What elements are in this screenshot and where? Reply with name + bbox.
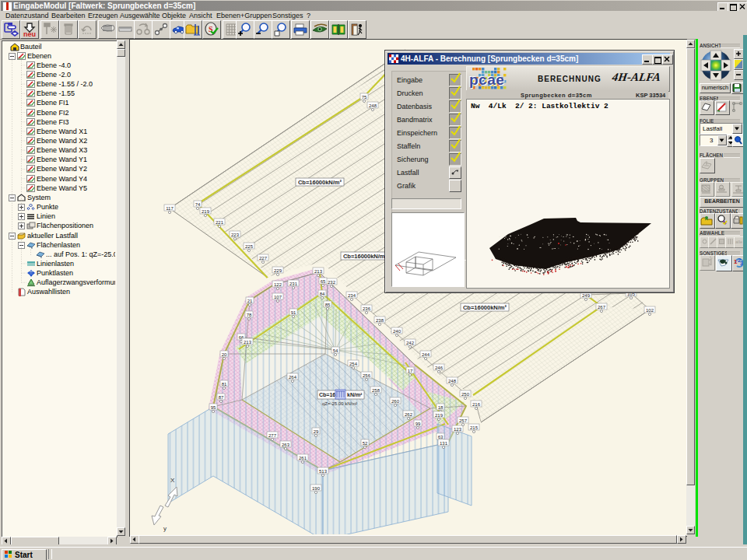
svg-text:117: 117 xyxy=(166,206,174,211)
svg-text:78: 78 xyxy=(247,313,252,317)
svg-text:256: 256 xyxy=(363,373,371,378)
svg-text:107: 107 xyxy=(274,295,282,299)
svg-text:95: 95 xyxy=(211,405,216,410)
svg-text:513: 513 xyxy=(319,469,328,474)
svg-text:258: 258 xyxy=(372,388,381,393)
svg-text:250: 250 xyxy=(461,392,470,397)
svg-text:20: 20 xyxy=(222,352,227,357)
svg-text:257: 257 xyxy=(459,418,468,423)
svg-text:17: 17 xyxy=(408,369,413,373)
svg-text:kN/m²: kN/m² xyxy=(347,392,363,397)
svg-text:87: 87 xyxy=(219,395,224,400)
svg-text:18: 18 xyxy=(438,405,444,410)
svg-text:74: 74 xyxy=(195,202,201,207)
svg-text:262: 262 xyxy=(405,412,413,417)
svg-text:131: 131 xyxy=(440,441,448,446)
svg-text:260: 260 xyxy=(391,399,400,404)
svg-text:99: 99 xyxy=(416,422,421,426)
svg-text:123: 123 xyxy=(454,427,462,432)
svg-text:21: 21 xyxy=(247,299,253,303)
svg-text:29: 29 xyxy=(314,429,319,434)
svg-text:85: 85 xyxy=(325,303,331,307)
svg-text:54: 54 xyxy=(333,348,338,353)
svg-text:246: 246 xyxy=(435,366,444,370)
svg-text:242: 242 xyxy=(406,341,415,345)
svg-text:Cb=16000kN/m²: Cb=16000kN/m² xyxy=(343,253,388,260)
svg-text:215: 215 xyxy=(470,425,479,430)
svg-text:231: 231 xyxy=(289,282,298,286)
svg-text:91: 91 xyxy=(291,310,296,315)
svg-text:225: 225 xyxy=(245,244,254,249)
svg-text:213: 213 xyxy=(314,269,323,274)
svg-text:248: 248 xyxy=(369,103,377,108)
svg-text:Cb=16: Cb=16 xyxy=(319,392,335,397)
svg-text:234: 234 xyxy=(348,293,356,298)
svg-text:238: 238 xyxy=(376,318,384,323)
svg-text:63: 63 xyxy=(438,435,444,439)
svg-text:219: 219 xyxy=(202,209,210,214)
svg-text:240: 240 xyxy=(393,329,402,334)
svg-text:81: 81 xyxy=(222,382,227,387)
svg-text:190: 190 xyxy=(312,486,321,491)
svg-text:254: 254 xyxy=(349,362,358,366)
svg-text:102: 102 xyxy=(646,308,654,313)
svg-text:232: 232 xyxy=(328,280,336,285)
svg-text:Cb=16000kN/m²: Cb=16000kN/m² xyxy=(298,179,342,186)
svg-text:Cb=16000kN/m²: Cb=16000kN/m² xyxy=(463,304,507,311)
svg-text:84: 84 xyxy=(320,292,325,296)
svg-text:261: 261 xyxy=(299,456,307,460)
svg-text:236: 236 xyxy=(363,306,371,311)
svg-text:267: 267 xyxy=(598,305,606,310)
svg-text:249: 249 xyxy=(582,293,591,298)
svg-text:219: 219 xyxy=(435,413,444,418)
svg-text:227: 227 xyxy=(259,256,268,261)
svg-text:qZ=-25.00 kN/m²: qZ=-25.00 kN/m² xyxy=(322,401,357,406)
svg-text:216: 216 xyxy=(472,402,481,407)
svg-text:X: X xyxy=(170,477,175,484)
svg-text:244: 244 xyxy=(422,352,430,357)
svg-text:221: 221 xyxy=(216,220,224,225)
svg-text:75: 75 xyxy=(362,95,367,100)
svg-text:263: 263 xyxy=(282,443,290,447)
svg-text:122: 122 xyxy=(274,282,282,287)
svg-text:52: 52 xyxy=(363,441,368,446)
svg-text:264: 264 xyxy=(289,375,297,380)
svg-text:223: 223 xyxy=(231,233,240,237)
svg-text:alle: alle xyxy=(735,240,742,244)
svg-text:277: 277 xyxy=(268,433,277,438)
svg-text:65: 65 xyxy=(321,279,326,284)
svg-text:y: y xyxy=(163,525,167,532)
svg-text:229: 229 xyxy=(274,268,282,273)
svg-text:248: 248 xyxy=(448,379,457,383)
svg-text:213: 213 xyxy=(244,340,252,345)
